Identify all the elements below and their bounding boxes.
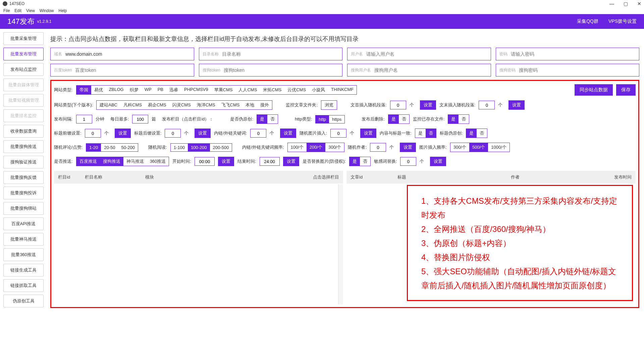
site-type-next-seg-opt-3[interactable]: 闪灵CMS (169, 101, 194, 109)
daily-max-input[interactable] (132, 115, 148, 123)
site-type-next-seg-opt-1[interactable]: 凡科CMS (120, 101, 145, 109)
site-type-next-segment[interactable]: 建站ABC凡科CMS易企CMS闪灵CMS海洋CMS飞飞CMS本地搜外 (96, 100, 272, 110)
start-time-input[interactable] (195, 157, 215, 166)
sensitive-set-button[interactable]: 设置 (430, 157, 446, 166)
site-type-seg-opt-5[interactable]: PB (155, 86, 166, 94)
link-vps-dial[interactable]: VPS拨号设置 (608, 18, 637, 24)
link-freq-segment[interactable]: 100/个200/个300/个 (287, 143, 345, 152)
monitor-exist-toggle[interactable]: 是否 (448, 114, 469, 124)
seg-if-opt-2[interactable]: 1000/个 (488, 143, 509, 152)
sidebar-item-10[interactable]: 批量搜狗投诉 (3, 187, 44, 199)
inputs-row2-input-1[interactable] (224, 67, 339, 73)
menu-file[interactable]: File (3, 8, 10, 13)
sidebar-item-7[interactable]: 批量搜狗推送 (3, 140, 44, 153)
menu-window[interactable]: Window (40, 8, 54, 13)
sidebar-item-4[interactable]: 批量短视频管理 (3, 94, 44, 107)
sidebar-item-9[interactable]: 批量搜狗反馈 (3, 171, 44, 184)
seg-tp-opt-1[interactable]: 否 (477, 129, 487, 138)
tail-insert-set-button[interactable]: 设置 (508, 100, 525, 110)
seg-cts-opt-1[interactable]: 否 (426, 129, 436, 138)
random-author-set-button[interactable]: 设置 (400, 143, 416, 152)
interval-input[interactable] (76, 115, 92, 123)
seg-push-opt-1[interactable]: 搜狗推送 (100, 157, 123, 166)
sidebar-item-0[interactable]: 批量采集管理 (3, 32, 44, 45)
title-pseudo-toggle[interactable]: 是否 (466, 129, 487, 138)
seg-lf-opt-2[interactable]: 300/个 (325, 143, 344, 152)
seg-tp-opt-0[interactable]: 是 (466, 129, 477, 138)
site-type-seg-opt-0[interactable]: 帝国 (76, 86, 91, 94)
menu-view[interactable]: View (26, 8, 35, 13)
seg-rc-opt-0[interactable]: 1-20 (86, 144, 101, 151)
link-keyword-input[interactable] (250, 129, 266, 138)
sidebar-item-15[interactable]: 链接生成工具 (3, 264, 44, 277)
inputs-row1-input-0[interactable] (65, 51, 191, 57)
random-img-set-button[interactable]: 设置 (360, 129, 376, 138)
sidebar-item-3[interactable]: 批量自媒体管理 (3, 79, 44, 91)
seg-if-opt-1[interactable]: 500/个 (469, 143, 488, 152)
random-img-input[interactable] (330, 129, 346, 138)
site-type-seg-opt-1[interactable]: 易优 (91, 86, 106, 94)
site-type-next-seg-opt-7[interactable]: 搜外 (257, 101, 272, 109)
push-segment[interactable]: 百度推送搜狗推送神马推送360推送 (76, 157, 169, 166)
site-type-seg-opt-9[interactable]: 人人CMS (235, 86, 260, 94)
sidebar-item-8[interactable]: 搜狗验证推送 (3, 156, 44, 168)
browse-button[interactable]: 浏览 (321, 100, 337, 110)
seg-monitor-opt-0[interactable]: 是 (448, 115, 459, 123)
seg-lf-opt-0[interactable]: 100/个 (288, 143, 307, 152)
seg-rc-opt-1[interactable]: 20-50 (101, 144, 118, 151)
sidebar-item-1[interactable]: 批量发布管理 (3, 48, 44, 60)
replace-img-toggle[interactable]: 是否 (349, 157, 371, 166)
menu-edit[interactable]: Edit (14, 8, 21, 13)
seg-lf-opt-1[interactable]: 200/个 (307, 143, 325, 152)
title-suffix-input[interactable] (165, 129, 181, 138)
seg-http-opt-0[interactable]: http (316, 115, 329, 123)
seg-push-opt-0[interactable]: 百度推送 (76, 157, 100, 166)
pseudo-toggle[interactable]: 是否 (257, 114, 278, 124)
sidebar-item-16[interactable]: 链接抓取工具 (3, 279, 44, 292)
site-type-seg-opt-8[interactable]: 苹果CMS (211, 86, 236, 94)
site-type-seg-opt-4[interactable]: WP (142, 86, 155, 94)
seg-monitor-opt-1[interactable]: 否 (459, 115, 469, 123)
seg-rc-opt-2[interactable]: 50-200 (118, 144, 138, 151)
title-prefix-set-button[interactable]: 设置 (115, 129, 131, 138)
sidebar-item-17[interactable]: 伪原创工具 (3, 295, 44, 307)
close-icon[interactable]: ✕ (637, 1, 641, 6)
minimize-icon[interactable]: — (609, 1, 614, 6)
site-type-seg-opt-3[interactable]: 织梦 (127, 86, 142, 94)
sensitive-input[interactable] (400, 157, 416, 166)
tail-insert-input[interactable] (479, 101, 495, 109)
sidebar-item-2[interactable]: 发布站点监控 (3, 63, 44, 76)
inputs-row2-input-0[interactable] (75, 67, 190, 73)
start-time-set-button[interactable]: 设置 (218, 157, 234, 166)
end-time-set-button[interactable]: 设置 (283, 157, 299, 166)
seg-ri-opt-1[interactable]: 否 (360, 157, 370, 166)
delete-after-toggle[interactable]: 是否 (388, 114, 410, 124)
seg-if-opt-0[interactable]: 300/个 (450, 143, 469, 152)
seg-pseudo-opt-0[interactable]: 是 (257, 115, 267, 123)
img-freq-segment[interactable]: 300/个500/个1000/个 (450, 143, 510, 152)
seg-delete-opt-1[interactable]: 否 (399, 115, 409, 123)
random-read-segment[interactable]: 1-100100-200200-500 (170, 143, 232, 152)
site-type-seg-opt-10[interactable]: 米拓CMS (260, 86, 284, 94)
site-type-next-seg-opt-5[interactable]: 飞飞CMS (218, 101, 243, 109)
title-suffix-set-button[interactable]: 设置 (195, 129, 211, 138)
content-title-same-toggle[interactable]: 是否 (415, 129, 436, 138)
site-type-seg-opt-2[interactable]: ZBLOG (106, 86, 127, 94)
seg-push-opt-3[interactable]: 360推送 (147, 157, 169, 166)
seg-delete-opt-0[interactable]: 是 (388, 115, 399, 123)
end-time-input[interactable] (260, 157, 280, 166)
seg-pseudo-opt-1[interactable]: 否 (267, 115, 278, 123)
site-type-seg-opt-6[interactable]: 迅睿 (166, 86, 181, 94)
site-type-next-seg-opt-6[interactable]: 本地 (243, 101, 257, 109)
site-type-next-seg-opt-2[interactable]: 易企CMS (145, 101, 169, 109)
site-type-seg-opt-11[interactable]: 云优CMS (284, 86, 309, 94)
sidebar-item-13[interactable]: 批量神马推送 (3, 233, 44, 246)
inputs-row2-input-2[interactable] (374, 67, 487, 73)
site-type-segment[interactable]: 帝国易优ZBLOG织梦WPPB迅睿PHPCMSV9苹果CMS人人CMS米拓CMS… (76, 85, 357, 95)
seg-rr-opt-2[interactable]: 200-500 (210, 144, 232, 151)
site-type-seg-opt-13[interactable]: THINKCMF (328, 86, 357, 94)
inputs-row2-input-3[interactable] (519, 67, 636, 73)
title-prefix-input[interactable] (85, 129, 101, 138)
random-author-input[interactable] (370, 143, 386, 152)
site-type-seg-opt-7[interactable]: PHPCMSV9 (181, 86, 211, 94)
